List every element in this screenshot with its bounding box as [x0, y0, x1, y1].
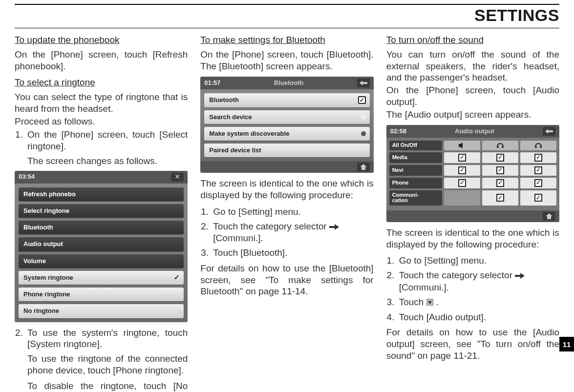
ao-row-all: All On/Off	[389, 141, 442, 150]
checkbox[interactable]: ✓	[520, 178, 556, 188]
checkbox[interactable]: ✓	[520, 165, 556, 176]
menu-bluetooth[interactable]: Bluetooth	[19, 221, 184, 234]
arrow-right-icon	[329, 221, 339, 233]
screen-title: Bluetooth	[226, 79, 352, 87]
svg-point-0	[497, 146, 499, 148]
ao-row-navi: Navi	[389, 165, 442, 176]
li-text: Touch the category selector	[399, 270, 515, 280]
column-2: To make settings for Bluetooth On the [P…	[200, 33, 373, 392]
list-item: Go to [Setting] menu.	[211, 206, 373, 218]
back-icon[interactable]	[357, 79, 370, 87]
headset-icon	[482, 141, 518, 150]
heading-select-ringtone: To select a ringtone	[15, 77, 188, 88]
checkbox[interactable]: ✓	[482, 178, 518, 188]
svg-point-3	[540, 146, 542, 148]
headset-icon	[520, 141, 556, 150]
checkbox[interactable]: ✓	[520, 152, 556, 163]
list-item: Touch the category selector [Communi.].	[211, 221, 373, 245]
li-text: .	[436, 297, 438, 307]
page-title: SETTINGS	[15, 6, 559, 25]
arrow-right-icon	[515, 270, 525, 282]
checkbox[interactable]: ✓	[444, 178, 480, 188]
screen-title: Audio output	[411, 127, 538, 135]
check-icon: ✓	[174, 273, 180, 282]
li-text: To use the system's ringtone, touch [Sys…	[27, 328, 188, 350]
home-icon[interactable]	[543, 212, 555, 221]
checkbox[interactable]: ✓	[444, 165, 480, 176]
row-label: Search device	[209, 113, 252, 121]
list-item: Touch the category selector [Communi.].	[397, 269, 559, 293]
bt-toggle[interactable]: Bluetooth ✓	[204, 93, 369, 107]
heading-bluetooth-settings: To make settings for Bluetooth	[200, 34, 373, 46]
radio-dot-icon	[361, 131, 366, 136]
checkbox[interactable]: ✓	[482, 165, 518, 176]
li-text: Touch the category selector	[213, 221, 329, 231]
para: For details on how to use the [Audio out…	[386, 327, 559, 361]
close-icon[interactable]: ✕	[171, 173, 184, 182]
row-label: Bluetooth	[209, 96, 239, 103]
speaker-icon	[444, 141, 480, 150]
para: On the [Phone] screen, touch [Audio outp…	[386, 84, 559, 108]
para: The screen is identical to the one which…	[200, 178, 373, 201]
radio-dot-icon	[361, 115, 366, 120]
heading-sound-onoff: To turn on/off the sound	[386, 34, 559, 46]
checkbox-icon[interactable]: ✓	[358, 96, 366, 104]
bt-paired-list[interactable]: Paired device list	[204, 144, 369, 157]
ao-row-communication: Communi- cation	[389, 190, 442, 206]
ao-row-media: Media	[389, 152, 442, 163]
li-text: On the [Phone] screen, touch [Select rin…	[27, 129, 188, 151]
para: On the [Phone] screen, touch [Bluetooth]…	[200, 49, 373, 72]
column-3: To turn on/off the sound You can turn on…	[386, 33, 559, 392]
li-text: Touch	[399, 297, 426, 307]
menu-refresh-phonebook[interactable]: Refresh phonebo	[19, 187, 184, 201]
li-text: [Communi.].	[213, 233, 263, 243]
bluetooth-screenshot: 01:57 Bluetooth Bluetooth ✓ Search devic…	[200, 77, 373, 173]
clock: 01:57	[204, 79, 220, 87]
option-system-ringtone[interactable]: System ringtone ✓	[19, 271, 184, 285]
menu-audio-output[interactable]: Audio output	[19, 237, 184, 251]
checkbox-disabled	[444, 190, 480, 206]
li-text: To use the ringtone of the connected pho…	[27, 353, 188, 376]
para: Proceed as follows.	[15, 116, 188, 127]
row-label: Make system discoverable	[209, 130, 289, 137]
li-text: [Communi.].	[399, 282, 449, 292]
para: The screen is identical to the one which…	[386, 227, 559, 250]
list-item: To use the system's ringtone, touch [Sys…	[25, 327, 188, 392]
list-item: Touch [Bluetooth].	[211, 247, 373, 259]
list-item: On the [Phone] screen, touch [Select rin…	[25, 129, 188, 166]
column-1: To update the phonebook On the [Phone] s…	[15, 33, 188, 392]
para: For details on how to use the [Bluetooth…	[200, 263, 373, 297]
home-icon[interactable]	[357, 163, 370, 171]
checkbox[interactable]: ✓	[520, 190, 556, 206]
audio-output-screenshot: 02:58 Audio output All On/Off Media	[386, 125, 559, 222]
para: The [Audio output] screen appears.	[386, 109, 559, 121]
para: On the [Phone] screen, touch [Refresh ph…	[15, 49, 188, 72]
svg-point-2	[535, 146, 537, 148]
checkbox[interactable]: ✓	[482, 152, 518, 163]
back-icon[interactable]	[543, 127, 555, 136]
para: You can turn on/off the sound of the ext…	[386, 49, 559, 83]
list-item: Touch [Audio output].	[397, 311, 559, 323]
list-item: Touch .	[397, 296, 559, 309]
option-no-ringtone[interactable]: No ringtone	[19, 304, 184, 318]
ao-row-phone: Phone	[389, 178, 442, 188]
chapter-tab: 11	[559, 337, 574, 351]
list-item: Go to [Setting] menu.	[397, 255, 559, 267]
bt-search-device[interactable]: Search device	[204, 110, 369, 124]
option-label: System ringtone	[23, 274, 73, 281]
checkbox[interactable]: ✓	[482, 190, 518, 206]
heading-update-phonebook: To update the phonebook	[15, 34, 188, 46]
para: You can select the type of ringtone that…	[15, 91, 188, 115]
ringtone-screenshot: 03:54 ✕ Refresh phonebo Select ringtone …	[15, 171, 188, 322]
option-phone-ringtone[interactable]: Phone ringtone	[19, 288, 184, 301]
svg-point-1	[502, 146, 504, 148]
li-text: The screen changes as follows.	[27, 155, 188, 167]
checkbox[interactable]: ✓	[444, 152, 480, 163]
down-arrow-icon	[426, 297, 433, 309]
clock: 03:54	[19, 173, 35, 181]
menu-volume[interactable]: Volume	[19, 254, 184, 268]
clock: 02:58	[390, 127, 406, 135]
bt-discoverable[interactable]: Make system discoverable	[204, 127, 369, 141]
li-text: To disable the ringtone, touch [No ringt…	[27, 380, 188, 392]
menu-select-ringtone[interactable]: Select ringtone	[19, 204, 184, 218]
